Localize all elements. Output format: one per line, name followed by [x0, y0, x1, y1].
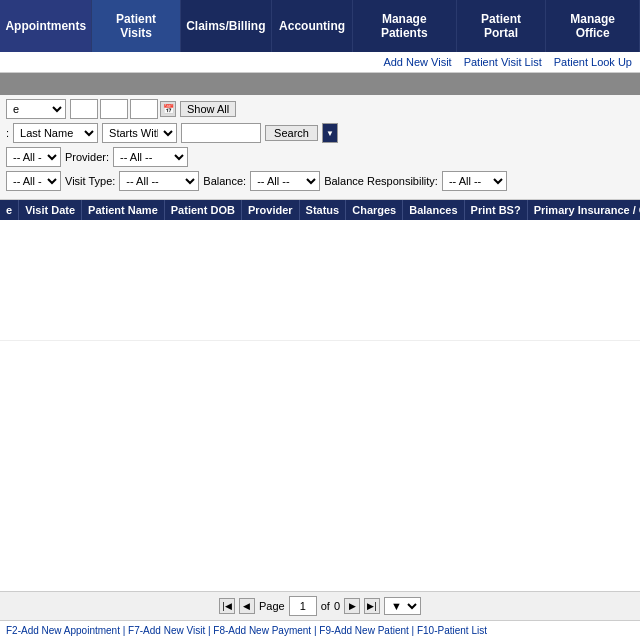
action-links-bar: Add New Visit Patient Visit List Patient…	[0, 52, 640, 73]
main-content: Add New Visit Patient Visit List Patient…	[0, 52, 640, 640]
patient-visit-list-link[interactable]: Patient Visit List	[464, 56, 542, 68]
filter-area: e 📅 Show All : Last Name Starts With Sea…	[0, 95, 640, 200]
keyboard-shortcuts: F2-Add New Appointment | F7-Add New Visi…	[6, 625, 487, 636]
show-all-button[interactable]: Show All	[180, 101, 236, 117]
nav-label-accounting: Accounting	[279, 19, 345, 33]
col-header-charges[interactable]: Charges	[346, 200, 403, 220]
visit-type-label: Visit Type:	[65, 175, 115, 187]
col-header-e: e	[0, 200, 19, 220]
page-size-select[interactable]: ▼	[384, 597, 421, 615]
nav-label-claims-billing: Claims/Billing	[186, 19, 265, 33]
filter-row-4: -- All -- Visit Type: -- All -- Balance:…	[6, 171, 634, 191]
nav-item-manage-patients[interactable]: Manage Patients	[353, 0, 457, 52]
search-field-select[interactable]: Last Name	[13, 123, 98, 143]
add-new-visit-link[interactable]: Add New Visit	[383, 56, 451, 68]
filter4-left-select[interactable]: -- All --	[6, 171, 61, 191]
balance-label: Balance:	[203, 175, 246, 187]
page-number-input[interactable]	[289, 596, 317, 616]
provider-label: Provider:	[65, 151, 109, 163]
footer-shortcuts-bar: F2-Add New Appointment | F7-Add New Visi…	[0, 620, 640, 640]
balance-select[interactable]: -- All --	[250, 171, 320, 191]
pagination-bar: |◀ ◀ Page of 0 ▶ ▶| ▼	[0, 591, 640, 620]
col-header-patient-dob[interactable]: Patient DOB	[164, 200, 241, 220]
page-last-button[interactable]: ▶|	[364, 598, 380, 614]
empty-row	[0, 220, 640, 340]
nav-label-manage-office: Manage Office	[560, 12, 625, 40]
search-dropdown-arrow[interactable]: ▼	[322, 123, 338, 143]
table-header-row: e Visit Date Patient Name Patient DOB Pr…	[0, 200, 640, 220]
col-header-patient-name[interactable]: Patient Name	[82, 200, 165, 220]
total-pages: 0	[334, 600, 340, 612]
search-by-label: :	[6, 127, 9, 139]
date-year-input[interactable]	[130, 99, 158, 119]
of-label: of	[321, 600, 330, 612]
nav-label-manage-patients: Manage Patients	[367, 12, 442, 40]
date-inputs: 📅	[70, 99, 176, 119]
col-header-balances[interactable]: Balances	[403, 200, 464, 220]
nav-item-manage-office[interactable]: Manage Office	[546, 0, 640, 52]
page-next-button[interactable]: ▶	[344, 598, 360, 614]
filter-row-1: e 📅 Show All	[6, 99, 634, 119]
date-range-select[interactable]: e	[6, 99, 66, 119]
page-first-button[interactable]: |◀	[219, 598, 235, 614]
col-header-status[interactable]: Status	[299, 200, 346, 220]
nav-item-claims-billing[interactable]: Claims/Billing	[181, 0, 272, 52]
nav-bar: Appointments Patient Visits Claims/Billi…	[0, 0, 640, 52]
nav-label-patient-portal: Patient Portal	[471, 12, 532, 40]
search-type-select[interactable]: Starts With	[102, 123, 177, 143]
col-header-primary-ins[interactable]: Primary Insurance / Claim No	[527, 200, 640, 220]
search-input[interactable]	[181, 123, 261, 143]
date-day-input[interactable]	[100, 99, 128, 119]
provider-select[interactable]: -- All --	[113, 147, 188, 167]
balance-resp-select[interactable]: -- All --	[442, 171, 507, 191]
patient-look-up-link[interactable]: Patient Look Up	[554, 56, 632, 68]
col-header-print-bs[interactable]: Print BS?	[464, 200, 527, 220]
nav-item-appointments[interactable]: Appointments	[0, 0, 92, 52]
table-container: e Visit Date Patient Name Patient DOB Pr…	[0, 200, 640, 591]
date-month-input[interactable]	[70, 99, 98, 119]
page-prev-button[interactable]: ◀	[239, 598, 255, 614]
filter3-left-select[interactable]: -- All --	[6, 147, 61, 167]
filter-row-2: : Last Name Starts With Search ▼	[6, 123, 634, 143]
balance-resp-label: Balance Responsibility:	[324, 175, 438, 187]
gray-header-bar	[0, 73, 640, 95]
filter-row-3: -- All -- Provider: -- All --	[6, 147, 634, 167]
col-header-visit-date[interactable]: Visit Date	[19, 200, 82, 220]
visits-table: e Visit Date Patient Name Patient DOB Pr…	[0, 200, 640, 341]
page-label: Page	[259, 600, 285, 612]
nav-label-appointments: Appointments	[5, 19, 86, 33]
calendar-icon[interactable]: 📅	[160, 101, 176, 117]
nav-item-accounting[interactable]: Accounting	[272, 0, 353, 52]
nav-label-patient-visits: Patient Visits	[106, 12, 165, 40]
nav-item-patient-visits[interactable]: Patient Visits	[92, 0, 180, 52]
search-button[interactable]: Search	[265, 125, 318, 141]
nav-item-patient-portal[interactable]: Patient Portal	[457, 0, 547, 52]
col-header-provider[interactable]: Provider	[241, 200, 299, 220]
visit-type-select[interactable]: -- All --	[119, 171, 199, 191]
table-body	[0, 220, 640, 340]
